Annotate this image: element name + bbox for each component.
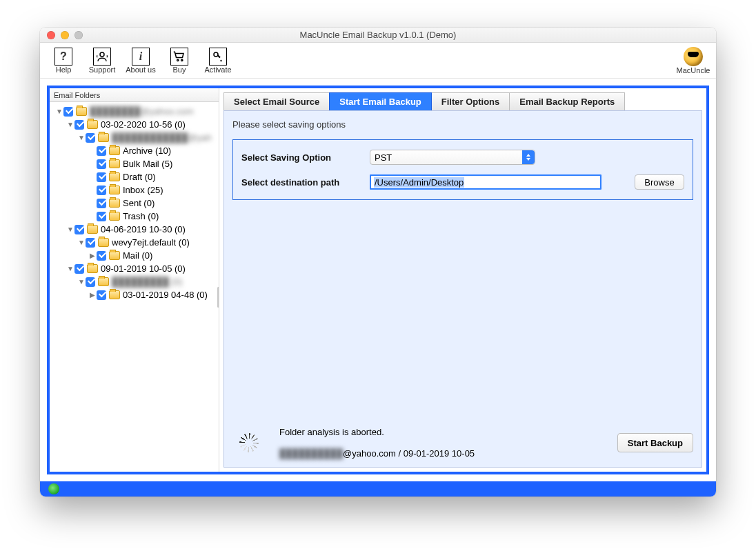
tree-label: Trash (0)	[123, 211, 159, 221]
about-button[interactable]: i About us	[121, 44, 160, 77]
checkbox[interactable]	[97, 290, 106, 300]
activate-button[interactable]: Activate	[199, 44, 237, 77]
checkbox[interactable]	[86, 238, 95, 248]
tree-row[interactable]: ▼03-02-2020 10-56 (0)	[50, 118, 219, 131]
checkbox[interactable]	[86, 133, 95, 143]
checkbox[interactable]	[86, 277, 95, 287]
macuncle-icon	[684, 47, 703, 66]
tree-row[interactable]: Inbox (25)	[50, 183, 219, 197]
app-window: MacUncle Email Backup v1.0.1 (Demo) ? He…	[40, 28, 716, 497]
folder-icon	[109, 172, 120, 181]
chevron-down-icon[interactable]: ▼	[77, 134, 86, 141]
folder-icon	[98, 238, 109, 247]
destination-value: /Users/Admin/Desktop	[374, 177, 464, 188]
chevron-right-icon[interactable]: ▶	[88, 291, 97, 299]
about-label: About us	[126, 66, 155, 74]
chevron-down-icon[interactable]: ▼	[77, 278, 86, 285]
select-arrows-icon	[522, 150, 535, 164]
status-path: ██████████@yahoo.com / 09-01-2019 10-05	[279, 448, 475, 459]
checkbox[interactable]	[97, 146, 106, 156]
tree-label: 04-06-2019 10-30 (0)	[101, 224, 186, 234]
tab-start-backup[interactable]: Start Email Backup	[329, 92, 432, 110]
svg-point-1	[177, 59, 179, 61]
checkbox[interactable]	[74, 225, 84, 234]
status-text: Folder analysis is aborted.	[279, 427, 475, 437]
checkbox[interactable]	[63, 107, 73, 117]
spinner-icon	[239, 433, 259, 452]
buy-button[interactable]: Buy	[160, 44, 199, 77]
checkbox[interactable]	[74, 120, 84, 130]
chevron-right-icon[interactable]: ▶	[88, 252, 97, 259]
buy-label: Buy	[173, 66, 186, 74]
folder-tree[interactable]: ▼████████@yahoo.com▼03-02-2020 10-56 (0)…	[50, 102, 219, 472]
start-backup-button[interactable]: Start Backup	[617, 433, 693, 452]
chevron-down-icon[interactable]: ▼	[66, 121, 74, 128]
tree-row[interactable]: ▼████████@yahoo.com	[50, 105, 219, 118]
tree-row[interactable]: Archive (10)	[50, 144, 219, 157]
tree-row[interactable]: ▶03-01-2019 04-48 (0)	[50, 288, 219, 301]
scrollbar-thumb[interactable]	[217, 287, 219, 308]
tree-label: Bulk Mail (5)	[123, 159, 172, 169]
chevron-down-icon[interactable]: ▼	[55, 108, 63, 115]
checkbox[interactable]	[74, 264, 84, 274]
checkbox[interactable]	[97, 199, 106, 208]
tab-bar: Select Email Source Start Email Backup F…	[223, 92, 706, 110]
support-label: Support	[89, 66, 116, 74]
info-icon: i	[132, 48, 150, 66]
folder-icon	[87, 225, 98, 234]
folder-icon	[98, 277, 109, 286]
tree-label: wevy7ejt.default (0)	[112, 237, 190, 248]
folder-icon	[109, 290, 120, 299]
cart-icon	[170, 48, 188, 66]
tree-row[interactable]: ▼wevy7ejt.default (0)	[50, 236, 219, 249]
support-icon	[93, 48, 111, 66]
saving-option-value: PST	[375, 152, 392, 163]
chevron-down-icon[interactable]: ▼	[66, 265, 74, 272]
destination-input[interactable]: /Users/Admin/Desktop	[370, 174, 601, 190]
help-icon: ?	[54, 48, 72, 66]
folder-icon	[109, 212, 120, 221]
tree-row[interactable]: ▼09-01-2019 10-05 (0)	[50, 262, 219, 275]
tree-label: Inbox (25)	[123, 185, 163, 195]
chevron-down-icon[interactable]: ▼	[66, 226, 74, 233]
help-button[interactable]: ? Help	[44, 44, 83, 77]
browse-button[interactable]: Browse	[635, 174, 684, 190]
checkbox[interactable]	[97, 172, 106, 182]
toolbar: ? Help Support i About us Buy	[40, 43, 716, 79]
folder-icon	[76, 107, 87, 116]
sidebar: Email Folders ▼████████@yahoo.com▼03-02-…	[50, 88, 219, 472]
tree-label: 03-02-2020 10-56 (0)	[101, 119, 186, 130]
key-icon	[209, 48, 227, 66]
tree-label: █████████ (0)	[112, 277, 182, 287]
tree-row[interactable]: ▼████████████@yah	[50, 131, 219, 144]
brand-label: MacUncle	[677, 66, 710, 74]
checkbox[interactable]	[97, 212, 106, 221]
tree-row[interactable]: ▼04-06-2019 10-30 (0)	[50, 223, 219, 236]
saving-option-select[interactable]: PST	[370, 150, 535, 165]
tree-label: 03-01-2019 04-48 (0)	[123, 290, 208, 300]
tab-filter-options[interactable]: Filter Options	[431, 92, 510, 110]
tree-label: Archive (10)	[123, 146, 171, 156]
checkbox[interactable]	[97, 251, 106, 261]
tree-row[interactable]: Trash (0)	[50, 210, 219, 223]
checkbox[interactable]	[97, 186, 106, 195]
tree-row[interactable]: Sent (0)	[50, 197, 219, 210]
tab-reports[interactable]: Email Backup Reports	[509, 92, 625, 110]
tree-row[interactable]: ▼█████████ (0)	[50, 275, 219, 288]
folder-icon	[109, 186, 120, 194]
tree-row[interactable]: Draft (0)	[50, 170, 219, 183]
svg-point-0	[100, 52, 104, 57]
content-frame: Email Folders ▼████████@yahoo.com▼03-02-…	[47, 86, 709, 474]
main-panel: Select Email Source Start Email Backup F…	[219, 88, 706, 472]
chevron-down-icon[interactable]: ▼	[77, 239, 86, 246]
tree-label: ████████████@yah	[112, 132, 212, 143]
support-button[interactable]: Support	[83, 44, 121, 77]
tree-row[interactable]: Bulk Mail (5)	[50, 157, 219, 170]
tree-row[interactable]: ▶Mail (0)	[50, 249, 219, 262]
tab-select-source[interactable]: Select Email Source	[223, 92, 330, 110]
prompt-text: Please select saving options	[232, 119, 693, 130]
window-title: MacUncle Email Backup v1.0.1 (Demo)	[40, 30, 716, 40]
help-label: Help	[56, 66, 72, 74]
svg-point-3	[214, 52, 218, 57]
checkbox[interactable]	[97, 159, 106, 169]
